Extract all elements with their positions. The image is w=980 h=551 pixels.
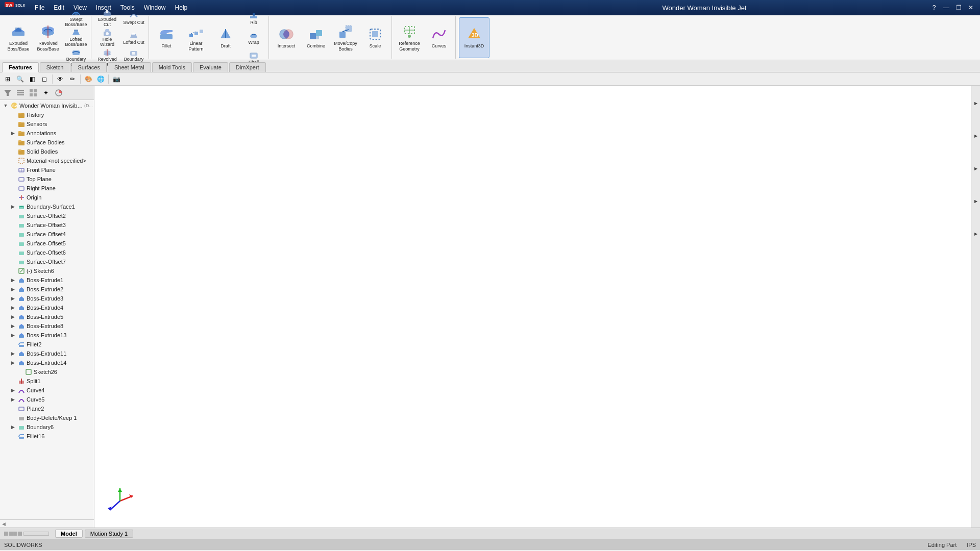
swept-cut-button[interactable]: Swept Cut (121, 8, 146, 28)
boss-extrude2-expander[interactable]: ▶ (9, 286, 16, 293)
tree-item-surface-offset2[interactable]: Surface-Offset2 (0, 211, 94, 220)
tree-item-boundary6[interactable]: ▶ Boundary6 (0, 422, 94, 432)
tab-mold-tools[interactable]: Mold Tools (152, 62, 192, 72)
sidebar-collapse-btn[interactable]: ◀ (0, 519, 94, 528)
close-button[interactable]: ✕ (966, 3, 976, 13)
sidebar-move-btn[interactable]: ✦ (40, 87, 52, 98)
sketch6-expander[interactable] (9, 267, 16, 274)
scroll-up[interactable] (13, 532, 17, 536)
material-expander[interactable] (9, 157, 16, 164)
tree-item-fillet16[interactable]: Fillet16 (0, 432, 94, 441)
tree-item-boss-extrude5[interactable]: ▶ Boss-Extrude5 (0, 312, 94, 321)
view-btn-section[interactable]: ◧ (27, 73, 38, 85)
tree-item-top-plane[interactable]: Top Plane (0, 174, 94, 184)
tree-root[interactable]: ▼ SW Wonder Woman Invisible Jet (D... (0, 101, 94, 110)
swept-boss-button[interactable]: Swept Boss/Base (63, 8, 89, 28)
tree-item-boss-extrude11[interactable]: ▶ Boss-Extrude11 (0, 349, 94, 358)
tree-item-sketch26[interactable]: Sketch26 (0, 367, 94, 377)
fillet16-expander[interactable] (9, 433, 16, 440)
boss-extrude1-expander[interactable]: ▶ (9, 277, 16, 284)
tree-item-boss-extrude2[interactable]: ▶ Boss-Extrude2 (0, 285, 94, 294)
fillet2-expander[interactable] (9, 341, 16, 348)
right-tab-1[interactable]: ▶ (972, 88, 980, 118)
intersect-button[interactable]: Intersect (272, 17, 301, 58)
surface-offset2-expander[interactable] (9, 212, 16, 219)
tree-item-boss-extrude3[interactable]: ▶ Boss-Extrude3 (0, 294, 94, 303)
tree-item-surface-bodies[interactable]: Surface Bodies (0, 138, 94, 147)
root-expander[interactable]: ▼ (2, 102, 9, 109)
sidebar-list-btn[interactable] (15, 87, 26, 98)
surface-offset7-expander[interactable] (9, 258, 16, 265)
tree-item-surface-offset3[interactable]: Surface-Offset3 (0, 220, 94, 230)
sensors-expander[interactable] (9, 120, 16, 128)
top-plane-expander[interactable] (9, 176, 16, 183)
boss-extrude5-expander[interactable]: ▶ (9, 313, 16, 320)
tab-dimxpert[interactable]: DimXpert (229, 62, 266, 72)
surface-offset4-expander[interactable] (9, 231, 16, 238)
plane2-expander[interactable] (9, 405, 16, 412)
menu-help[interactable]: Help (171, 3, 192, 12)
boss-extrude14-expander[interactable]: ▶ (9, 359, 16, 366)
tab-features[interactable]: Features (2, 62, 39, 72)
rib-button[interactable]: Rib (241, 8, 266, 28)
view-btn-display[interactable]: ◻ (39, 73, 50, 85)
tab-sketch[interactable]: Sketch (40, 62, 70, 72)
sidebar-color-btn[interactable] (53, 87, 64, 98)
surface-offset3-expander[interactable] (9, 221, 16, 229)
tree-item-boss-extrude13[interactable]: ▶ Boss-Extrude13 (0, 331, 94, 340)
minimize-button[interactable]: — (941, 3, 951, 13)
tree-item-surface-offset6[interactable]: Surface-Offset6 (0, 248, 94, 257)
extruded-boss-button[interactable]: Extruded Boss/Base (4, 17, 33, 58)
tab-model[interactable]: Model (55, 530, 83, 538)
tree-item-solid-bodies[interactable]: Solid Bodies (0, 147, 94, 156)
instant3d-button[interactable]: 3D Instant3D (459, 17, 489, 58)
boss-extrude4-expander[interactable]: ▶ (9, 304, 16, 311)
tree-item-boss-extrude8[interactable]: ▶ Boss-Extrude8 (0, 321, 94, 331)
tree-item-curve5[interactable]: ▶ Curve5 (0, 395, 94, 404)
revolved-boss-button[interactable]: Revolved Boss/Base (34, 17, 62, 58)
boundary-surface1-expander[interactable]: ▶ (9, 203, 16, 210)
wrap-button[interactable]: Wrap (241, 28, 266, 47)
right-tab-2[interactable]: ▶ (972, 120, 980, 151)
scroll-left[interactable] (4, 532, 8, 536)
view-btn-hide[interactable]: 👁 (55, 73, 66, 85)
tree-item-boundary-surface1[interactable]: ▶ Boundary-Surface1 (0, 202, 94, 211)
tree-item-body-delete-keep1[interactable]: Body-Delete/Keep 1 (0, 413, 94, 422)
tree-item-surface-offset5[interactable]: Surface-Offset5 (0, 239, 94, 248)
view-btn-edit[interactable]: ✏ (67, 73, 78, 85)
tab-motion-study-1[interactable]: Motion Study 1 (85, 530, 133, 538)
surface-bodies-expander[interactable] (9, 139, 16, 146)
tree-item-front-plane[interactable]: Front Plane (0, 165, 94, 174)
split1-expander[interactable] (9, 378, 16, 385)
body-delete-keep1-expander[interactable] (9, 414, 16, 421)
sketch26-expander[interactable] (16, 368, 23, 375)
origin-expander[interactable] (9, 194, 16, 201)
right-tab-4[interactable]: ▶ (972, 186, 980, 216)
front-plane-expander[interactable] (9, 166, 16, 173)
fillet-button[interactable]: Fillet (152, 17, 181, 58)
curves-button[interactable]: Curves (425, 17, 453, 58)
view-btn-zoom[interactable]: 🔍 (14, 73, 26, 85)
surface-offset5-expander[interactable] (9, 240, 16, 247)
annotations-expander[interactable]: ▶ (9, 130, 16, 137)
view-btn-scene[interactable]: 🌐 (95, 73, 106, 85)
surface-offset6-expander[interactable] (9, 249, 16, 256)
right-tab-5[interactable]: ▶ (972, 218, 980, 249)
right-plane-expander[interactable] (9, 185, 16, 192)
tree-item-sensors[interactable]: Sensors (0, 119, 94, 129)
tab-sheet-metal[interactable]: Sheet Metal (108, 62, 151, 72)
reference-geometry-button[interactable]: Reference Geometry (395, 17, 424, 58)
tree-item-fillet2[interactable]: Fillet2 (0, 340, 94, 349)
tree-item-boss-extrude4[interactable]: ▶ Boss-Extrude4 (0, 303, 94, 312)
tree-item-history[interactable]: History (0, 110, 94, 119)
tree-item-surface-offset4[interactable]: Surface-Offset4 (0, 230, 94, 239)
draft-button[interactable]: Draft (211, 17, 240, 58)
tree-item-split1[interactable]: Split1 (0, 377, 94, 386)
history-expander[interactable] (9, 111, 16, 118)
scale-button[interactable]: Scale (361, 17, 389, 58)
tree-item-plane2[interactable]: Plane2 (0, 404, 94, 413)
tree-item-material[interactable]: Material <not specified> (0, 156, 94, 165)
tab-surfaces[interactable]: Surfaces (71, 62, 107, 72)
curve4-expander[interactable]: ▶ (9, 387, 16, 394)
solid-bodies-expander[interactable] (9, 148, 16, 155)
